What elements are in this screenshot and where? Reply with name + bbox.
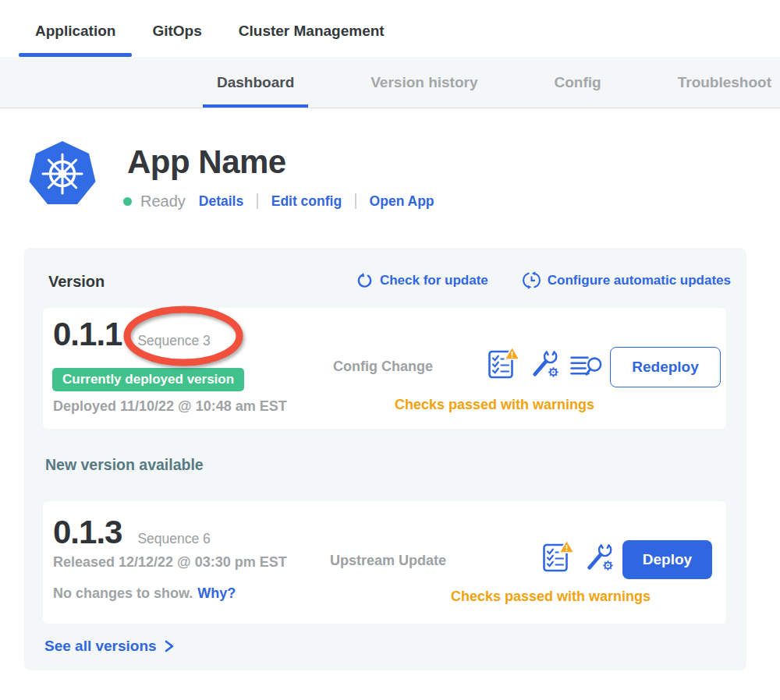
configure-automatic-updates-link[interactable]: Configure automatic updates (523, 271, 731, 289)
why-link[interactable]: Why? (197, 585, 236, 601)
open-app-link[interactable]: Open App (370, 193, 434, 210)
version-source-label: Upstream Update (330, 553, 446, 569)
currently-deployed-badge: Currently deployed version (52, 368, 244, 391)
no-changes-text: No changes to show.Why? (53, 585, 236, 602)
details-link[interactable]: Details (199, 193, 243, 210)
current-version-sequence: Sequence 3 (137, 333, 210, 349)
new-version-available-heading: New version available (45, 456, 204, 474)
deploy-button[interactable]: Deploy (622, 540, 712, 579)
redeploy-button[interactable]: Redeploy (610, 347, 721, 387)
version-heading: Version (48, 273, 105, 291)
current-version-number: 0.1.1 (53, 316, 122, 353)
page-title: App Name (127, 143, 286, 181)
tab-troubleshoot[interactable]: Troubleshoot (664, 57, 780, 108)
app-status-row: Ready Details Edit config Open App (123, 190, 434, 212)
available-version-card: 0.1.3 Sequence 6 Released 12/12/22 @ 03:… (43, 501, 726, 624)
logs-search-icon[interactable] (570, 354, 602, 380)
deployed-timestamp: Deployed 11/10/22 @ 10:48 am EST (53, 398, 287, 415)
version-section: Version Check for update Configure autom… (24, 248, 746, 670)
check-for-update-link[interactable]: Check for update (356, 271, 488, 289)
kubernetes-logo-icon (28, 140, 97, 208)
preflight-checks-warning-icon[interactable]: ! (542, 539, 575, 573)
no-changes-label: No changes to show. (53, 585, 193, 601)
checks-status-text: Checks passed with warnings (395, 397, 594, 413)
check-for-update-label: Check for update (380, 273, 488, 288)
chevron-right-icon (164, 639, 175, 653)
divider (355, 193, 356, 209)
tab-config[interactable]: Config (541, 57, 615, 108)
divider (257, 193, 258, 209)
see-all-versions-label: See all versions (44, 638, 157, 655)
top-nav: Application GitOps Cluster Management (0, 0, 780, 57)
config-wrench-icon[interactable] (530, 347, 560, 380)
clock-sync-icon (523, 271, 541, 289)
see-all-versions-link[interactable]: See all versions (44, 638, 175, 655)
version-source-label: Config Change (333, 359, 433, 375)
available-version-number: 0.1.3 (53, 514, 122, 551)
config-wrench-icon[interactable] (585, 540, 615, 573)
edit-config-link[interactable]: Edit config (271, 193, 342, 210)
topnav-item-application[interactable]: Application (19, 0, 132, 57)
topnav-item-gitops[interactable]: GitOps (136, 0, 218, 57)
svg-text:!: ! (511, 350, 514, 359)
status-label: Ready (140, 193, 186, 210)
status-dot-icon (123, 197, 132, 206)
available-version-row: 0.1.3 Sequence 6 (53, 514, 211, 551)
available-version-sequence: Sequence 6 (137, 531, 210, 547)
current-version-row: 0.1.1 Sequence 3 (53, 316, 211, 353)
svg-text:!: ! (566, 543, 569, 553)
configure-automatic-updates-label: Configure automatic updates (548, 273, 731, 288)
checks-status-text: Checks passed with warnings (451, 589, 651, 605)
tab-version-history[interactable]: Version history (356, 57, 491, 108)
topnav-item-cluster-management[interactable]: Cluster Management (222, 0, 401, 57)
current-version-status-icons: ! (488, 345, 602, 380)
available-version-status-icons: ! (542, 539, 615, 573)
update-actions: Check for update Configure automatic upd… (356, 271, 731, 289)
preflight-checks-warning-icon[interactable]: ! (488, 345, 520, 380)
current-version-card: 0.1.1 Sequence 3 Currently deployed vers… (43, 308, 726, 429)
refresh-icon (356, 272, 373, 288)
app-sub-nav: Dashboard Version history Config Trouble… (0, 57, 780, 108)
tab-dashboard[interactable]: Dashboard (203, 57, 308, 108)
released-timestamp: Released 12/12/22 @ 03:30 pm EST (53, 554, 287, 571)
